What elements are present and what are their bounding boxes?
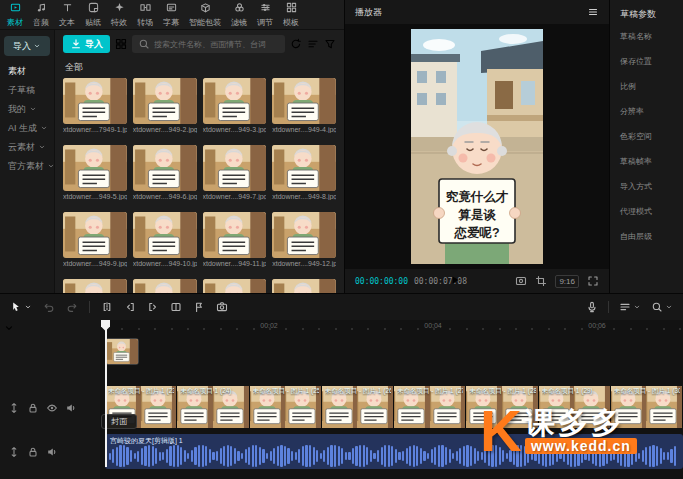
filter-icon[interactable] (324, 38, 336, 50)
timeline-video-clip[interactable]: 未命名项目 1 (24) (177, 386, 249, 428)
lock-track-icon[interactable] (27, 402, 39, 414)
import-media-button[interactable]: 导入 (63, 35, 110, 53)
toolbar-tab-audio[interactable]: 音频 (28, 0, 54, 29)
toolbar-tab-captions[interactable]: 字幕 (158, 0, 184, 29)
params-title: 草稿参数 (610, 0, 683, 31)
preview-quality-icon[interactable] (515, 275, 527, 287)
view-grid-icon[interactable] (115, 38, 127, 50)
overlay-clip[interactable] (105, 338, 139, 365)
media-thumbnail (133, 212, 197, 258)
param-label: 导入方式 (610, 181, 683, 206)
toolbar-tab-package[interactable]: 智能包装 (184, 0, 226, 29)
refresh-icon[interactable] (290, 38, 302, 50)
toolbar-tab-label: 文本 (59, 17, 75, 28)
toolbar-tab-text[interactable]: 文本 (54, 0, 80, 29)
playhead[interactable] (105, 320, 107, 467)
param-label: 代理模式 (610, 206, 683, 231)
timeline-video-clip[interactable]: 未命名项目 1 (29) (539, 386, 611, 428)
sidebar-item-6[interactable]: 官方素材 (4, 157, 50, 176)
media-section: 素材音频文本贴纸特效转场字幕智能包装滤镜调节模板 导入 素材子草稿我的AI 生成… (0, 0, 345, 293)
toolbar-tab-sticker[interactable]: 贴纸 (80, 0, 106, 29)
media-item[interactable]: xtdowner....949-10.jpg (133, 212, 197, 272)
split-clip-button[interactable] (101, 301, 113, 313)
toolbar-tab-label: 音频 (33, 17, 49, 28)
crop-icon[interactable] (535, 275, 547, 287)
add-marker-button[interactable] (193, 301, 205, 313)
toolbar-tab-label: 素材 (7, 17, 23, 28)
mute-track-icon[interactable] (65, 402, 77, 414)
clip-label: 未命名项目 - 图片 1 (28).jpg (469, 387, 535, 396)
freeze-frame-button[interactable] (170, 301, 182, 313)
reorder-track-icon[interactable] (8, 402, 20, 414)
snapshot-button[interactable] (216, 301, 228, 313)
media-thumbnail (63, 212, 127, 258)
media-item[interactable] (133, 279, 197, 293)
player-menu-icon[interactable] (587, 6, 599, 18)
sidebar-item-5[interactable]: 云素材 (4, 138, 50, 157)
toolbar-tab-effects[interactable]: 特效 (106, 0, 132, 29)
media-item[interactable]: xtdowner....949-5.jpg (63, 145, 127, 205)
reorder-track-icon[interactable] (8, 446, 20, 458)
timeline-video-clip[interactable]: 未命名项目 - 图片 1 (27).jpg (394, 386, 466, 428)
toggle-track-visibility-icon[interactable] (46, 402, 58, 414)
media-item[interactable]: xtdowner....949-9.jpg (63, 212, 127, 272)
media-search[interactable] (132, 35, 285, 53)
select-tool-button[interactable] (10, 301, 32, 313)
media-item[interactable]: xtdowner....7949-1.jpg (63, 78, 127, 138)
media-item[interactable]: xtdowner....949-12.jpg (272, 212, 336, 272)
search-input[interactable] (154, 40, 279, 49)
track-height-control[interactable] (619, 301, 641, 313)
media-grid: xtdowner....7949-1.jpg xtdowner....949-2… (55, 76, 344, 293)
sidebar-item-4[interactable]: AI 生成 (4, 119, 50, 138)
timeline-zoom-control[interactable] (651, 301, 673, 313)
timeline-video-clip[interactable]: 未命名项目 - 图片 1 (25).jpg (250, 386, 322, 428)
clip-label: 未命名项目 1 (29) (542, 387, 608, 396)
sidebar-item-2[interactable]: 子草稿 (4, 81, 50, 100)
player-header: 播放器 (345, 0, 609, 24)
play-button[interactable] (449, 274, 461, 286)
record-voiceover-button[interactable] (586, 301, 598, 313)
player-panel: 播放器 (345, 0, 610, 293)
media-item[interactable] (272, 279, 336, 293)
sort-icon[interactable] (307, 38, 319, 50)
media-item[interactable]: xtdowner....949-3.jpg (203, 78, 267, 138)
media-item[interactable]: xtdowner....949-11.jpg (203, 212, 267, 272)
media-item[interactable]: xtdowner....949-6.jpg (133, 145, 197, 205)
media-thumbnail (203, 212, 267, 258)
toolbar-tab-adjust[interactable]: 调节 (252, 0, 278, 29)
audio-clip[interactable]: 宫崎骏的夏天[剪辑版] 1 (105, 434, 683, 469)
toolbar-tab-media[interactable]: 素材 (2, 0, 28, 29)
timeline-video-clip[interactable]: 未命名项目 - 图片 1 (26).jpg (322, 386, 394, 428)
media-item[interactable] (63, 279, 127, 293)
trim-left-button[interactable] (124, 301, 136, 313)
media-filename: xtdowner....949-6.jpg (133, 193, 197, 200)
redo-button[interactable] (66, 301, 78, 313)
chevron-down-icon (40, 124, 48, 134)
timeline-video-clip[interactable]: 未命名项目 - 图片 1 (30).jpg (611, 386, 683, 428)
media-item[interactable]: xtdowner....949-7.jpg (203, 145, 267, 205)
trim-right-button[interactable] (147, 301, 159, 313)
sidebar-import-button[interactable]: 导入 (4, 36, 50, 56)
sidebar-item-3[interactable]: 我的 (4, 100, 50, 119)
sidebar-item-label: 官方素材 (8, 160, 44, 173)
param-label: 色彩空间 (610, 131, 683, 156)
mute-track-icon[interactable] (46, 446, 58, 458)
media-thumbnail (203, 145, 267, 191)
toolbar-tab-template[interactable]: 模板 (278, 0, 304, 29)
media-thumbnail (203, 78, 267, 124)
lock-track-icon[interactable] (27, 446, 39, 458)
aspect-ratio-button[interactable]: 9:16 (555, 275, 579, 288)
media-item[interactable]: xtdowner....949-8.jpg (272, 145, 336, 205)
sidebar-item-1[interactable]: 素材 (4, 62, 50, 81)
toolbar-tab-transition[interactable]: 转场 (132, 0, 158, 29)
media-item[interactable] (203, 279, 267, 293)
fullscreen-icon[interactable] (587, 275, 599, 287)
timeline-video-clip[interactable]: 未命名项目 - 图片 1 (28).jpg (466, 386, 538, 428)
toolbar-tab-filter[interactable]: 滤镜 (226, 0, 252, 29)
undo-button[interactable] (43, 301, 55, 313)
top-toolbar: 素材音频文本贴纸特效转场字幕智能包装滤镜调节模板 (0, 0, 344, 30)
media-icon (10, 2, 21, 15)
media-item[interactable]: xtdowner....949-2.jpg (133, 78, 197, 138)
media-item[interactable]: xtdowner....949-4.jpg (272, 78, 336, 138)
media-thumbnail (272, 145, 336, 191)
